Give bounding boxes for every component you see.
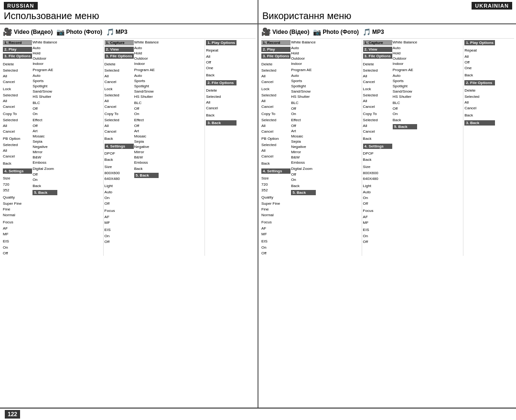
photo-fileoptions-btn-left[interactable]: 3. File Options	[105, 53, 134, 59]
mp3-section-header-left: 🎵 MP3	[106, 28, 128, 36]
page-number: 122	[5, 410, 20, 419]
photo-capture-btn-left[interactable]: 1. Capture	[105, 40, 134, 45]
mp3-section-header-right: 🎵 MP3	[363, 28, 384, 36]
photo-section-header-left: 📷 Photo (Фото)	[56, 28, 102, 36]
video-wb-col-right: White Balance Auto Hold Outdoor Indoor P…	[291, 40, 316, 256]
photo-view-btn-right[interactable]: 2. View	[363, 47, 392, 52]
mp3-back3-btn-right[interactable]: 3. Back	[464, 120, 495, 126]
photo-fileoptions-btn-right[interactable]: 3. File Options	[363, 53, 392, 59]
mp3-fileoptions-btn-left[interactable]: 2. File Options	[206, 80, 236, 85]
video-wb-col-left: White Balance Auto Hold Outdoor Indoor P…	[32, 40, 57, 256]
photo-section-header-right: 📷 Photo (Фото)	[313, 28, 359, 36]
photo-wb-col-left: White Balance Auto Hold Outdoor Indoor P…	[134, 40, 159, 256]
photo-back5-btn-right[interactable]: 5. Back	[393, 124, 418, 129]
title-left: Использование меню	[4, 10, 254, 23]
video-back5-btn-left[interactable]: 5. Back	[32, 190, 57, 195]
video-play-btn-right[interactable]: 2. Play	[261, 47, 290, 52]
photo-back5-btn-left[interactable]: 5. Back	[134, 173, 159, 178]
mp3-playoptions-btn-left[interactable]: 1. Play Options	[206, 40, 236, 45]
title-right: Використання меню	[262, 10, 512, 23]
video-fileoptions-btn-right[interactable]: 3. File Options	[261, 53, 290, 59]
photo-menu-col-left: 1. Capture 2. View 3. File Options Delet…	[105, 40, 134, 256]
mp3-fileoptions-btn-right[interactable]: 2. File Options	[464, 80, 495, 85]
mp3-menu-col-left: 1. Play Options Repeat All Off One Back …	[206, 40, 236, 256]
page: RUSSIAN Использование меню UKRAINIAN Вик…	[0, 0, 516, 420]
video-play-btn-left[interactable]: 2. Play	[3, 47, 32, 52]
video-record-btn-left[interactable]: 1. Record	[3, 40, 32, 45]
photo-wb-col-right: White Balance Auto Hold Outdoor Indoor P…	[393, 40, 418, 256]
photo-view-btn-left[interactable]: 2. View	[105, 47, 134, 52]
lang-label-right: UKRAINIAN	[472, 2, 512, 10]
video-record-btn-right[interactable]: 1. Record	[261, 40, 290, 45]
video-menu-col-left: 1. Record 2. Play 3. File Options Delete…	[3, 40, 32, 256]
lang-label-left: RUSSIAN	[4, 2, 38, 10]
photo-settings-btn-left[interactable]: 4. Settings	[105, 144, 134, 149]
mp3-back3-btn-left[interactable]: 3. Back	[206, 120, 236, 126]
video-section-header-left: 🎥 Video (Видео)	[3, 27, 53, 36]
video-settings-btn-left[interactable]: 4. Settings	[3, 168, 32, 174]
video-fileoptions-btn-left[interactable]: 3. File Options	[3, 53, 32, 59]
video-settings-btn-right[interactable]: 4. Settings	[261, 168, 290, 174]
video-section-header-right: 🎥 Video (Відео)	[261, 27, 309, 36]
video-back5-btn-right[interactable]: 5. Back	[291, 190, 316, 195]
mp3-playoptions-btn-right[interactable]: 1. Play Options	[464, 40, 495, 45]
photo-capture-btn-right[interactable]: 1. Capture	[363, 40, 392, 45]
photo-settings-btn-right[interactable]: 4. Settings	[363, 144, 392, 149]
photo-menu-col-right: 1. Capture 2. View 3. File Options Delet…	[363, 40, 392, 256]
mp3-menu-col-right: 1. Play Options Repeat All Off One Back …	[464, 40, 495, 256]
video-menu-col-right: 1. Record 2. Play 3. File Options Delete…	[261, 40, 290, 256]
